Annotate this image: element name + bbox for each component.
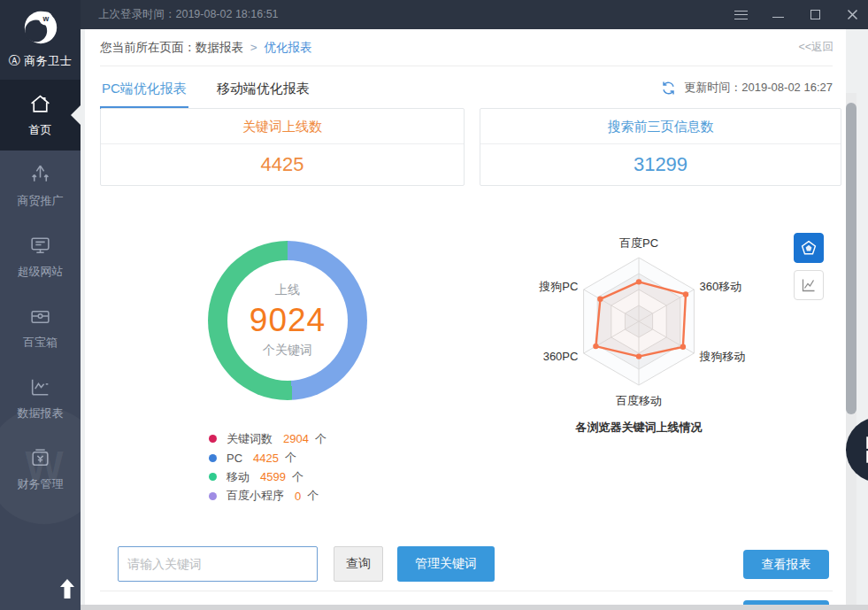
up-arrow-icon [58, 577, 76, 602]
scrollbar-thumb[interactable] [846, 103, 856, 414]
brand-badge-icon: Ⓐ [9, 54, 21, 67]
manage-keywords-button[interactable]: 管理关键词 [397, 546, 495, 582]
legend-row: 移动 4599 个 [209, 467, 326, 487]
legend-dot [209, 435, 217, 443]
breadcrumb-prefix: 您当前所在页面： [100, 41, 196, 54]
breadcrumb-parent: 数据报表 [196, 41, 243, 54]
update-time-text: 更新时间：2019-08-02 16:27 [684, 80, 833, 96]
breadcrumb-separator: > [250, 41, 257, 54]
tab-mobile-report[interactable]: 移动端优化报表 [215, 73, 311, 109]
sidebar-item-website[interactable]: 超级网站 [0, 221, 81, 292]
radar-svg: 百度PC360移动搜狗移动百度移动360PC搜狗PC [497, 233, 780, 421]
home-icon [28, 92, 52, 116]
radar-pentagon-icon [800, 239, 818, 257]
sidebar-item-toolbox[interactable]: 百宝箱 [0, 292, 81, 363]
legend-value: 4599 [260, 470, 286, 483]
minimize-icon [772, 17, 784, 18]
sidebar-item-label: 商贸推广 [18, 193, 64, 209]
svg-text:百度PC: 百度PC [619, 236, 658, 250]
close-icon [847, 9, 858, 20]
toolbox-icon [28, 305, 52, 328]
legend-dot [209, 473, 217, 481]
stat-card-title: 关键词上线数 [101, 109, 464, 144]
sidebar-item-promotion[interactable]: 商贸推广 [0, 151, 81, 221]
divider [100, 591, 833, 591]
back-link[interactable]: <<返回 [798, 29, 833, 66]
app-logo-icon: w [20, 7, 61, 48]
legend-label: 关键词数 [227, 431, 273, 447]
brand-name: 商务卫士 [24, 54, 72, 67]
legend-unit: 个 [292, 469, 303, 485]
radar-caption: 各浏览器关键词上线情况 [497, 420, 780, 436]
legend-value: 0 [295, 490, 301, 503]
donut-label-top: 上线 [275, 282, 300, 298]
svg-text:360PC: 360PC [543, 350, 579, 363]
last-login-time: 上次登录时间：2019-08-02 18:16:51 [98, 0, 279, 29]
sidebar-item-label: 首页 [29, 122, 52, 138]
keyword-input[interactable] [118, 546, 318, 582]
donut-legend: 关键词数 2904 个 PC 4425 个 移动 4599 个 百度小程序 0 … [209, 429, 326, 506]
legend-dot [209, 454, 217, 462]
tab-pc-report[interactable]: PC端优化报表 [100, 73, 188, 109]
query-button[interactable]: 查询 [334, 546, 383, 582]
divider [100, 66, 833, 66]
stat-card-title: 搜索前三页信息数 [480, 109, 841, 144]
line-chart-icon [800, 276, 818, 294]
promotion-icon [28, 163, 52, 187]
report-chart-icon [28, 375, 52, 399]
app-logo: w Ⓐ 商务卫士 [0, 0, 81, 80]
stat-card-value: 4425 [101, 144, 464, 185]
legend-unit: 个 [285, 450, 296, 466]
window-menu-button[interactable] [734, 8, 748, 22]
donut-label-bottom: 个关键词 [263, 343, 312, 359]
update-time-area: 更新时间：2019-08-02 16:27 [661, 80, 833, 96]
breadcrumb: 您当前所在页面：数据报表 > 优化报表 [85, 29, 846, 66]
svg-text:搜狗移动: 搜狗移动 [699, 350, 746, 363]
maximize-icon [810, 10, 820, 19]
legend-label: 移动 [227, 469, 250, 485]
legend-label: PC [227, 452, 242, 465]
sidebar: w Ⓐ 商务卫士 首页 商贸推广 超级网站 [0, 0, 81, 610]
radar-view-toggle[interactable] [794, 233, 824, 263]
hamburger-icon [734, 11, 748, 19]
svg-text:w: w [42, 14, 49, 23]
view-report-button[interactable]: 查看报表 [743, 550, 829, 579]
tabs: PC端优化报表 移动端优化报表 [100, 73, 311, 109]
qr-code-icon [864, 435, 868, 465]
website-icon [28, 234, 52, 258]
main-panel: 您当前所在页面：数据报表 > 优化报表 <<返回 PC端优化报表 移动端优化报表… [85, 29, 846, 605]
svg-text:百度移动: 百度移动 [616, 394, 662, 407]
close-button[interactable] [845, 8, 859, 22]
window-bottom-edge [81, 605, 868, 610]
refresh-icon[interactable] [661, 81, 676, 96]
donut-value: 9024 [250, 302, 326, 339]
legend-dot [209, 492, 217, 500]
legend-label: 百度小程序 [227, 488, 284, 504]
legend-unit: 个 [307, 488, 319, 504]
sidebar-item-label: 超级网站 [18, 264, 64, 280]
legend-row: 百度小程序 0 个 [209, 487, 326, 506]
svg-text:搜狗PC: 搜狗PC [538, 280, 578, 293]
sidebar-item-home[interactable]: 首页 [0, 80, 81, 151]
legend-value: 2904 [283, 432, 309, 445]
brand-line: Ⓐ 商务卫士 [0, 53, 81, 69]
line-view-toggle[interactable] [794, 270, 824, 300]
titlebar: 上次登录时间：2019-08-02 18:16:51 [81, 0, 868, 29]
legend-unit: 个 [315, 431, 326, 447]
sidebar-item-label: 百宝箱 [23, 335, 58, 351]
stat-card-value: 31299 [480, 144, 841, 185]
scroll-top-arrow[interactable] [58, 577, 76, 606]
minimize-button[interactable] [771, 8, 785, 22]
legend-row: PC 4425 个 [209, 449, 326, 468]
stat-card-top3-pages: 搜索前三页信息数 31299 [480, 108, 841, 186]
breadcrumb-current-link[interactable]: 优化报表 [264, 41, 311, 54]
maximize-button[interactable] [808, 8, 822, 22]
legend-row: 关键词数 2904 个 [209, 429, 326, 449]
svg-text:360移动: 360移动 [700, 280, 742, 293]
donut-chart: 上线 9024 个关键词 [208, 241, 367, 400]
donut-center-text: 上线 9024 个关键词 [208, 241, 367, 400]
stat-card-keywords-online: 关键词上线数 4425 [100, 108, 465, 186]
legend-value: 4425 [253, 452, 279, 465]
window-controls [734, 0, 859, 29]
